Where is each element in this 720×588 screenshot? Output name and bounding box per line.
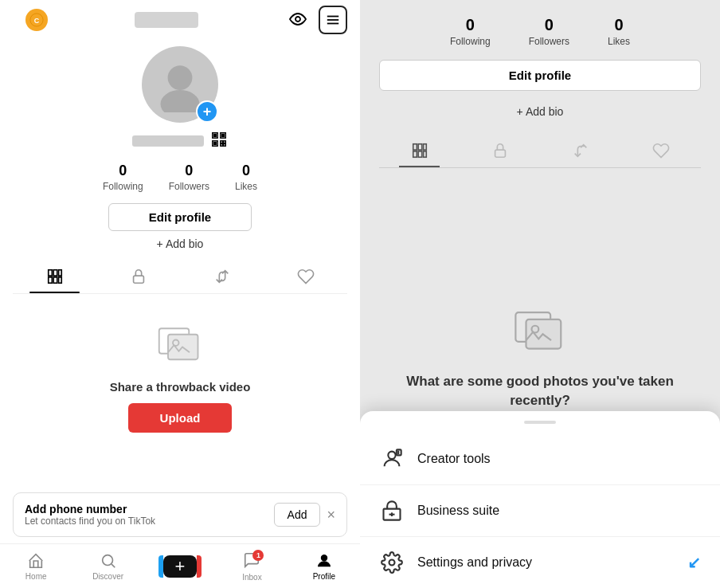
svg-rect-36 [418, 144, 422, 150]
eye-icon [288, 10, 307, 29]
svg-point-9 [168, 65, 193, 90]
edit-profile-button[interactable]: Edit profile [108, 203, 252, 231]
qr-icon [210, 131, 228, 148]
right-tab-repost[interactable] [540, 134, 620, 167]
right-edit-profile-button[interactable]: Edit profile [379, 60, 701, 91]
right-tabs-row [379, 134, 701, 168]
right-add-bio-button[interactable]: + Add bio [379, 99, 701, 124]
right-heart-icon [652, 142, 670, 159]
likes-count: 0 [242, 163, 250, 179]
coin-symbol: C [29, 13, 44, 27]
tab-repost[interactable] [180, 260, 264, 293]
svg-text:C: C [34, 17, 40, 25]
svg-rect-18 [221, 141, 223, 143]
svg-rect-39 [418, 151, 422, 157]
right-repost-icon [572, 142, 589, 159]
svg-rect-27 [58, 277, 61, 283]
tab-grid[interactable] [13, 260, 96, 293]
stats-row: 0 Following 0 Followers 0 Likes [103, 163, 257, 192]
nav-home[interactable]: Home [0, 544, 72, 588]
notification-text: Add phone number Let contacts find you o… [25, 503, 155, 527]
car-icon [135, 12, 198, 28]
svg-rect-20 [221, 144, 223, 147]
right-likes-label: Likes [608, 36, 630, 47]
svg-point-5 [295, 17, 300, 22]
profile-icon [315, 552, 333, 570]
upload-button[interactable]: Upload [128, 403, 233, 433]
svg-rect-15 [222, 135, 225, 137]
right-likes-stat[interactable]: 0 Likes [608, 16, 630, 47]
phone-notification: Add phone number Let contacts find you o… [13, 492, 347, 537]
following-count: 0 [119, 163, 127, 179]
nav-discover-label: Discover [92, 572, 123, 581]
tab-private[interactable] [96, 260, 180, 293]
svg-rect-41 [495, 150, 505, 157]
following-stat[interactable]: 0 Following [103, 163, 143, 192]
svg-rect-14 [214, 135, 217, 137]
right-likes-count: 0 [614, 16, 623, 34]
discover-icon [100, 552, 117, 570]
slide-menu: Creator tools Business suite Setting [360, 411, 720, 588]
followers-count: 0 [185, 163, 193, 179]
svg-rect-19 [224, 144, 226, 147]
left-panel: C [0, 0, 360, 588]
header-right [285, 6, 347, 34]
right-tab-liked[interactable] [620, 134, 701, 167]
menu-item-creator-tools[interactable]: Creator tools [360, 433, 720, 485]
right-followers-stat[interactable]: 0 Followers [529, 16, 569, 47]
followers-label: Followers [169, 181, 209, 192]
likes-label: Likes [235, 181, 257, 192]
add-avatar-button[interactable]: + [196, 100, 218, 123]
inbox-badge-wrapper: 1 [243, 551, 260, 570]
coin-icon[interactable]: C [25, 9, 48, 31]
svg-rect-21 [224, 141, 226, 143]
nav-home-label: Home [25, 572, 47, 581]
menu-item-business-suite[interactable]: Business suite [360, 485, 720, 537]
add-phone-button[interactable]: Add [274, 503, 321, 527]
followers-stat[interactable]: 0 Followers [169, 163, 209, 192]
home-icon [27, 552, 45, 570]
qr-code-button[interactable] [210, 131, 228, 151]
create-button[interactable]: + [163, 555, 197, 578]
view-button[interactable] [285, 6, 311, 34]
menu-item-settings[interactable]: Settings and privacy ↙ [360, 537, 720, 588]
right-following-stat[interactable]: 0 Following [450, 16, 491, 47]
nav-profile[interactable]: Profile [288, 544, 360, 588]
tab-liked[interactable] [264, 260, 347, 293]
hamburger-icon [326, 13, 340, 27]
settings-icon [379, 550, 405, 575]
svg-rect-28 [133, 276, 143, 283]
settings-label: Settings and privacy [417, 555, 532, 570]
menu-arrow: ↙ [687, 553, 701, 572]
business-suite-icon [379, 498, 405, 523]
right-following-count: 0 [466, 16, 475, 34]
likes-stat[interactable]: 0 Likes [235, 163, 257, 192]
header-left: C [13, 9, 48, 31]
svg-rect-22 [48, 270, 52, 276]
nav-inbox[interactable]: 1 Inbox [216, 544, 288, 588]
right-tab-private[interactable] [460, 134, 540, 167]
lock-icon [130, 268, 147, 285]
nav-create[interactable]: + [144, 544, 216, 588]
content-title: Share a throwback video [110, 380, 251, 394]
add-bio-button[interactable]: + Add bio [157, 237, 204, 250]
nav-profile-label: Profile [313, 572, 335, 581]
avatar-wrapper: + [142, 46, 218, 123]
content-area: Share a throwback video Upload [0, 294, 360, 486]
right-content-title: What are some good photos you've taken r… [379, 372, 701, 410]
nav-discover[interactable]: Discover [72, 544, 143, 588]
close-notification-button[interactable]: × [327, 507, 335, 523]
grid-icon [46, 268, 64, 285]
photo-icon [156, 319, 204, 370]
tabs-row [13, 260, 347, 294]
bottom-nav: Home Discover + 1 Inbox [0, 543, 360, 588]
svg-rect-40 [423, 151, 426, 157]
nav-inbox-label: Inbox [242, 573, 261, 582]
creator-tools-label: Creator tools [417, 452, 491, 466]
right-tab-grid[interactable] [379, 134, 460, 167]
add-user-button[interactable] [13, 11, 19, 29]
svg-point-32 [102, 555, 112, 565]
right-photo-icon [512, 302, 568, 361]
notification-subtitle: Let contacts find you on TikTok [25, 515, 155, 527]
menu-button[interactable] [319, 6, 347, 34]
